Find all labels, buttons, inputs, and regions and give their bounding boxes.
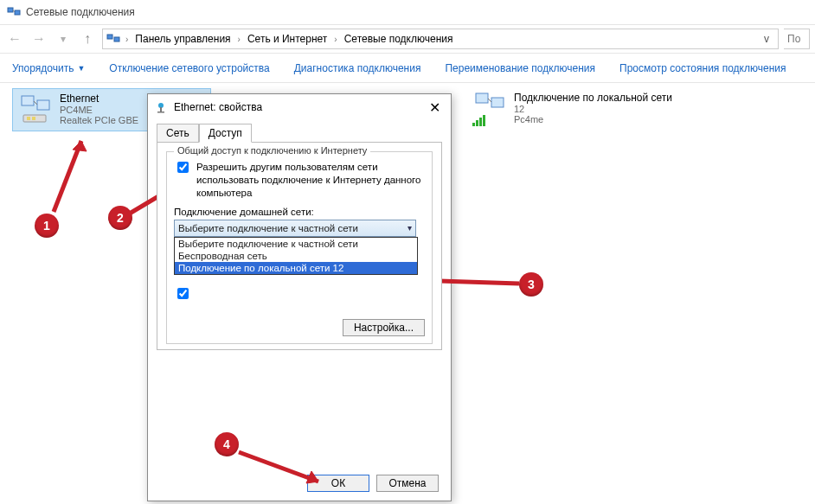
nav-forward-button[interactable]: →	[29, 29, 48, 48]
annotation-marker-4: 4	[215, 432, 239, 456]
combo-option[interactable]: Выберите подключение к частной сети	[175, 238, 417, 250]
svg-rect-1	[15, 10, 20, 15]
window-titlebar: Сетевые подключения	[0, 0, 815, 24]
network-connections-icon	[106, 32, 120, 46]
annotation-marker-2: 2	[108, 206, 132, 230]
close-button[interactable]: ✕	[426, 99, 444, 116]
svg-rect-9	[476, 93, 488, 103]
chevron-right-icon[interactable]: ›	[234, 35, 244, 44]
svg-marker-15	[73, 141, 87, 151]
svg-rect-12	[160, 107, 162, 112]
connection-item-local[interactable]: Подключение по локальной сети 12 Pc4me	[467, 88, 727, 130]
home-network-combobox[interactable]: Выберите подключение к частной сети ▾ Вы…	[174, 220, 416, 237]
chevron-down-icon: ▾	[408, 223, 412, 233]
dialog-title: Ethernet: свойства	[174, 101, 419, 113]
ok-button[interactable]: ОК	[307, 475, 369, 492]
network-connections-icon	[7, 5, 21, 19]
nav-up-button[interactable]: ↑	[78, 29, 97, 48]
connection-name: Подключение по локальной сети	[514, 92, 672, 104]
svg-rect-5	[37, 100, 49, 110]
connection-status: PC4ME	[60, 105, 138, 115]
connection-name: Ethernet	[60, 93, 138, 105]
connection-device: Realtek PCIe GBE	[60, 115, 138, 125]
combo-value: Выберите подключение к частной сети	[178, 223, 358, 233]
connection-device: Pc4me	[514, 114, 672, 124]
ics-groupbox: Общий доступ к подключению к Интернету Р…	[166, 151, 433, 344]
svg-rect-8	[32, 117, 35, 120]
nav-back-button[interactable]: ←	[5, 29, 24, 48]
home-network-label: Подключение домашней сети:	[174, 207, 425, 217]
search-input[interactable]: По	[784, 29, 810, 49]
ethernet-properties-dialog: Ethernet: свойства ✕ Сеть Доступ Общий д…	[147, 93, 452, 501]
window-title: Сетевые подключения	[26, 6, 135, 18]
svg-rect-0	[8, 8, 13, 12]
svg-line-14	[54, 141, 81, 212]
view-status-button[interactable]: Просмотр состояния подключения	[619, 62, 786, 74]
svg-rect-10	[491, 98, 504, 107]
allow-sharing-label: Разрешить другим пользователям сети испо…	[196, 161, 425, 200]
svg-rect-4	[22, 96, 34, 105]
network-icon	[155, 101, 167, 113]
cancel-button[interactable]: Отмена	[376, 475, 439, 492]
combo-option-selected[interactable]: Подключение по локальной сети 12	[175, 262, 417, 274]
rename-connection-button[interactable]: Переименование подключения	[445, 62, 595, 74]
tab-access[interactable]: Доступ	[199, 124, 252, 143]
groupbox-title: Общий доступ к подключению к Интернету	[174, 145, 370, 156]
breadcrumb-item[interactable]: Сеть и Интернет	[246, 33, 329, 45]
organize-button[interactable]: Упорядочить ▼	[12, 62, 85, 74]
svg-rect-2	[107, 35, 112, 39]
allow-sharing-checkbox[interactable]	[177, 162, 189, 173]
lan-adapter-icon	[472, 92, 507, 126]
breadcrumb-history-dropdown[interactable]: v	[759, 33, 774, 45]
tab-access-panel: Общий доступ к подключению к Интернету Р…	[157, 142, 442, 350]
dialog-titlebar: Ethernet: свойства ✕	[148, 94, 451, 120]
breadcrumb-bar[interactable]: › Панель управления › Сеть и Интернет › …	[102, 29, 779, 49]
annotation-marker-3: 3	[519, 272, 543, 297]
tab-network[interactable]: Сеть	[157, 124, 199, 142]
nav-recent-dropdown[interactable]: ▾	[54, 29, 73, 48]
settings-button[interactable]: Настройка...	[343, 319, 425, 336]
search-placeholder: По	[787, 33, 800, 45]
connection-status: 12	[514, 104, 672, 114]
ethernet-adapter-icon	[18, 93, 53, 127]
combo-option[interactable]: Беспроводная сеть	[175, 250, 417, 262]
svg-rect-7	[27, 117, 30, 120]
svg-rect-13	[157, 112, 164, 113]
chevron-right-icon[interactable]: ›	[330, 35, 340, 44]
annotation-marker-1: 1	[35, 214, 59, 238]
disable-device-button[interactable]: Отключение сетевого устройства	[109, 62, 269, 74]
dialog-buttons: ОК Отмена	[148, 466, 451, 501]
breadcrumb-item[interactable]: Панель управления	[133, 33, 232, 45]
annotation-arrow-1	[45, 125, 97, 220]
allow-control-checkbox[interactable]	[177, 288, 189, 299]
chevron-down-icon: ▼	[77, 64, 85, 73]
signal-bars-icon	[472, 114, 485, 126]
chevron-right-icon[interactable]: ›	[122, 35, 132, 44]
tabs: Сеть Доступ	[157, 124, 442, 142]
nav-bar: ← → ▾ ↑ › Панель управления › Сеть и Инт…	[0, 24, 815, 54]
home-network-dropdown-list: Выберите подключение к частной сети Бесп…	[174, 237, 418, 275]
toolbar: Упорядочить ▼ Отключение сетевого устрой…	[0, 54, 815, 83]
svg-rect-3	[114, 37, 119, 41]
breadcrumb-item[interactable]: Сетевые подключения	[343, 33, 455, 45]
diagnose-connection-button[interactable]: Диагностика подключения	[294, 62, 421, 74]
